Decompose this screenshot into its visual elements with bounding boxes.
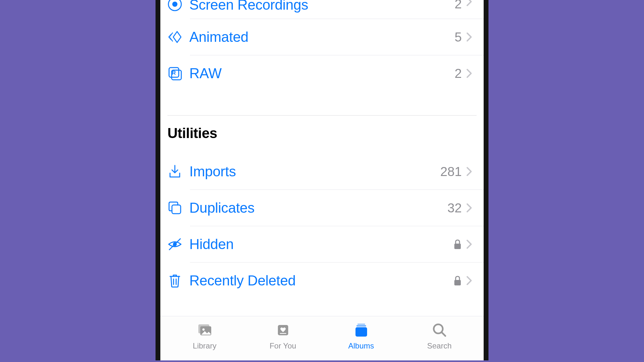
tab-bar: Library For You xyxy=(160,316,484,360)
row-imports[interactable]: Imports 281 xyxy=(160,153,484,190)
photos-app-screen: Screen Recordings 2 Animated 5 xyxy=(160,0,484,360)
animated-icon xyxy=(167,30,189,44)
chevron-right-icon xyxy=(466,239,472,249)
search-icon xyxy=(431,321,448,339)
utilities-header: Utilities xyxy=(160,116,484,153)
lock-icon xyxy=(453,275,462,286)
svg-rect-13 xyxy=(280,333,286,334)
row-label: Animated xyxy=(189,29,455,45)
svg-rect-5 xyxy=(172,205,181,214)
row-count: 2 xyxy=(455,66,462,81)
row-count: 5 xyxy=(455,30,462,44)
tab-label: Library xyxy=(193,341,216,350)
chevron-right-icon xyxy=(466,276,472,285)
tab-for-you[interactable]: For You xyxy=(244,321,322,350)
svg-text:R: R xyxy=(172,70,176,76)
row-recently-deleted[interactable]: Recently Deleted xyxy=(160,263,484,299)
svg-rect-8 xyxy=(454,280,461,285)
trash-icon xyxy=(167,273,189,288)
tab-label: Albums xyxy=(348,341,374,350)
albums-content: Screen Recordings 2 Animated 5 xyxy=(160,0,484,316)
row-label: Imports xyxy=(189,163,440,180)
lock-icon xyxy=(453,239,462,249)
row-label: Hidden xyxy=(189,236,453,252)
tab-label: For You xyxy=(270,341,296,350)
row-animated[interactable]: Animated 5 xyxy=(160,19,484,55)
section-gap xyxy=(160,91,484,115)
raw-icon: R xyxy=(167,66,189,81)
for-you-icon xyxy=(275,321,291,339)
row-label: Screen Recordings xyxy=(189,0,455,13)
chevron-right-icon xyxy=(466,0,472,6)
row-count: 2 xyxy=(455,0,462,11)
svg-rect-7 xyxy=(454,244,461,249)
row-raw[interactable]: R RAW 2 xyxy=(160,55,484,91)
duplicates-icon xyxy=(167,200,189,215)
row-screen-recordings[interactable]: Screen Recordings 2 xyxy=(160,0,484,19)
svg-rect-14 xyxy=(357,324,365,325)
svg-point-1 xyxy=(172,2,177,7)
row-duplicates[interactable]: Duplicates 32 xyxy=(160,190,484,226)
chevron-right-icon xyxy=(466,203,472,213)
chevron-right-icon xyxy=(466,167,472,176)
svg-point-11 xyxy=(202,329,204,331)
hidden-icon xyxy=(167,237,189,252)
row-count: 32 xyxy=(448,201,462,215)
row-label: Recently Deleted xyxy=(189,273,453,289)
library-icon xyxy=(196,321,213,339)
row-hidden[interactable]: Hidden xyxy=(160,226,484,262)
svg-rect-15 xyxy=(356,325,366,327)
tab-label: Search xyxy=(427,341,451,350)
import-icon xyxy=(167,164,189,179)
row-label: Duplicates xyxy=(189,200,448,216)
device-frame: Screen Recordings 2 Animated 5 xyxy=(156,0,488,360)
tab-library[interactable]: Library xyxy=(166,321,244,350)
tab-albums[interactable]: Albums xyxy=(322,321,400,350)
chevron-right-icon xyxy=(466,32,472,42)
row-label: RAW xyxy=(189,65,455,81)
tab-search[interactable]: Search xyxy=(400,321,478,350)
row-count: 281 xyxy=(440,164,462,179)
albums-icon xyxy=(353,321,370,339)
chevron-right-icon xyxy=(466,69,472,78)
record-icon xyxy=(167,0,189,12)
svg-rect-16 xyxy=(355,327,367,337)
